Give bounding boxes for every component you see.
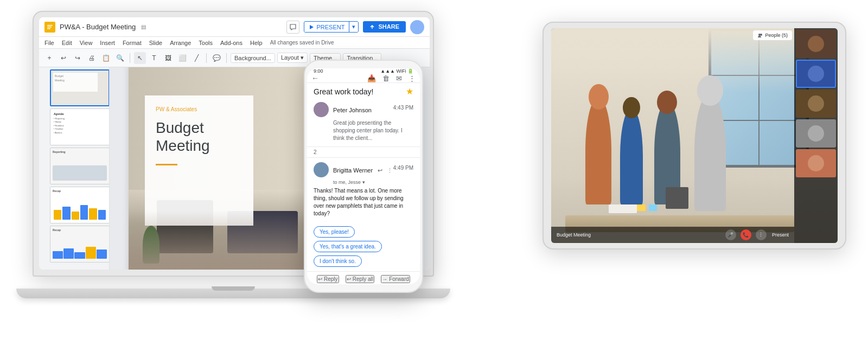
chat-icon[interactable] (286, 21, 299, 34)
slides-logo-icon (44, 22, 55, 33)
email-subject: Great work today! (314, 87, 406, 96)
tablet-body: People (5) (542, 22, 846, 250)
menu-edit[interactable]: Edit (62, 40, 72, 46)
toolbar-shape[interactable]: ⬜ (176, 52, 188, 64)
present-dropdown-button[interactable]: ▾ (349, 22, 358, 32)
video-thumb-2[interactable] (796, 60, 836, 88)
slide-thumb-3[interactable]: 3 Reporting (41, 148, 107, 184)
svg-point-6 (412, 30, 423, 34)
slide-img-2: Agenda • Reporting • Status • Numbers • … (50, 108, 110, 145)
slides-menu: File Edit View Insert Format Slide Arran… (39, 37, 430, 49)
svg-rect-1 (47, 25, 53, 26)
slide-company: PW & Associates (156, 106, 242, 112)
delete-icon[interactable]: 🗑 (382, 74, 390, 82)
slide-img-4: Recap (50, 187, 110, 223)
svg-rect-2 (47, 27, 52, 28)
message-1-header: Peter Johnson 4:43 PM (314, 102, 413, 117)
menu-addons[interactable]: Add-ons (220, 40, 242, 46)
svg-point-8 (760, 34, 762, 36)
toolbar-add[interactable]: + (43, 52, 55, 64)
smart-reply-2[interactable]: Yes, that's a great idea. (314, 241, 382, 252)
smart-reply-1[interactable]: Yes, please! (314, 226, 355, 238)
slides-header: PW&A - Budget Meeting ▤ (39, 17, 430, 37)
smart-reply-3[interactable]: I don't think so. (314, 255, 362, 267)
svg-marker-4 (310, 25, 314, 29)
email-icon[interactable]: ✉ (396, 74, 402, 82)
toolbar-zoom[interactable]: 🔍 (114, 52, 126, 64)
user-avatar[interactable] (410, 20, 424, 34)
more-options-button[interactable]: ⋮ (756, 229, 767, 240)
reply-all-button[interactable]: ↩ Reply all (346, 275, 374, 283)
video-sidebar (794, 28, 838, 243)
phone-screen: 9:00 ▲▲▲ WiFi 🔋 ← 📥 🗑 ✉ ⋮ Great wo (307, 68, 420, 284)
menu-insert[interactable]: Insert (100, 40, 115, 46)
svg-point-5 (414, 22, 420, 29)
toolbar-print[interactable]: 🖨 (86, 52, 98, 64)
slide-img-5: Recap (50, 226, 110, 263)
slide-img-1: Budget Meeting (50, 69, 110, 106)
menu-arrange[interactable]: Arrange (170, 40, 191, 46)
toolbar-redo[interactable]: ↪ (72, 52, 84, 64)
reply-button[interactable]: ↩ Reply (317, 275, 339, 283)
email-message-1: Peter Johnson 4:43 PM Great job presenti… (307, 98, 420, 147)
toolbar-image[interactable]: 🖼 (162, 52, 174, 64)
sender-2-name: Brigitta Werner (333, 167, 373, 174)
svg-rect-3 (47, 28, 50, 29)
slide-text-box: PW & Associates Budget Meeting (145, 95, 253, 226)
mic-button[interactable]: 🎤 (725, 229, 736, 240)
menu-view[interactable]: View (80, 40, 93, 46)
menu-help[interactable]: Help (250, 40, 263, 46)
toolbar-background[interactable]: Background... (231, 53, 275, 63)
phone-email-ui: 9:00 ▲▲▲ WiFi 🔋 ← 📥 🗑 ✉ ⋮ Great wo (307, 68, 420, 284)
slide-thumb-4[interactable]: 4 Recap (41, 187, 107, 223)
message-2-meta: Brigitta Werner 4:49 PM ↩ ⋮ (333, 165, 413, 175)
slide-thumb-5[interactable]: 5 Recap (41, 226, 107, 263)
toolbar-line[interactable]: ╱ (190, 52, 202, 64)
share-label: SHARE (378, 23, 399, 30)
video-controls: 🎤 📞 ⋮ (725, 229, 767, 240)
slide-thumb-2[interactable]: 2 Agenda • Reporting • Status • Numbers (41, 108, 107, 145)
message-1-body: Great job presenting the shopping center… (314, 119, 413, 142)
laptop-notch (212, 286, 255, 291)
more-icon-small[interactable]: ⋮ (387, 167, 393, 174)
end-call-button[interactable]: 📞 (741, 229, 751, 240)
present-main-button[interactable]: PRESENT (304, 22, 349, 32)
phone-time: 9:00 (314, 68, 323, 74)
phone-body: 9:00 ▲▲▲ WiFi 🔋 ← 📥 🗑 ✉ ⋮ Great wo (304, 60, 423, 293)
meeting-label: Budget Meeting (557, 232, 720, 238)
message-2-header: Brigitta Werner 4:49 PM ↩ ⋮ (314, 162, 413, 177)
menu-format[interactable]: Format (123, 40, 142, 46)
video-thumb-1[interactable] (796, 30, 836, 58)
video-thumb-5[interactable] (796, 149, 836, 177)
toolbar-comment[interactable]: 💬 (210, 52, 222, 64)
message-2-body: Thanks! That means a lot. One more thing… (314, 187, 413, 218)
toolbar-paint[interactable]: 📋 (100, 52, 112, 64)
slide-thumb-1[interactable]: 1 Budget Meeting (41, 69, 107, 106)
toolbar-text[interactable]: T (148, 52, 160, 64)
archive-icon[interactable]: 📥 (367, 74, 376, 82)
menu-tools[interactable]: Tools (199, 40, 213, 46)
back-icon[interactable]: ← (311, 74, 319, 82)
menu-slide[interactable]: Slide (149, 40, 162, 46)
smart-replies: Yes, please! Yes, that's a great idea. I… (307, 222, 420, 271)
star-icon[interactable]: ★ (406, 86, 413, 97)
present-button[interactable]: PRESENT ▾ (304, 21, 359, 33)
more-icon[interactable]: ⋮ (409, 74, 416, 82)
toolbar-layout[interactable]: Layout ▾ (277, 53, 308, 63)
share-button[interactable]: SHARE (363, 21, 406, 32)
phone-signal: ▲▲▲ WiFi 🔋 (380, 68, 413, 74)
toolbar-select[interactable]: ↖ (134, 52, 146, 64)
video-thumb-4[interactable] (796, 119, 836, 148)
video-thumb-3[interactable] (796, 89, 836, 118)
menu-file[interactable]: File (44, 40, 54, 46)
people-panel[interactable]: People (5) (753, 30, 792, 40)
toolbar-undo[interactable]: ↩ (58, 52, 69, 64)
message-2-time: 4:49 PM (393, 165, 413, 171)
forward-button[interactable]: → Forward (381, 275, 410, 283)
phone-status-bar: 9:00 ▲▲▲ WiFi 🔋 (307, 68, 420, 74)
message-1-meta: Peter Johnson 4:43 PM (333, 105, 413, 114)
tablet: People (5) (542, 22, 846, 250)
slides-title: PW&A - Budget Meeting (60, 23, 136, 31)
header-icons: ▤ (141, 24, 146, 30)
sender-2-avatar (314, 162, 329, 177)
